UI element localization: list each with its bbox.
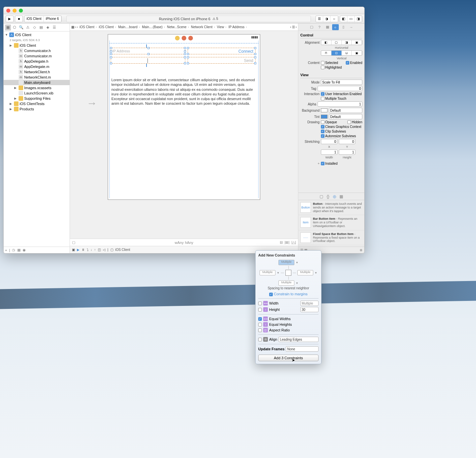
- hidden-checkbox[interactable]: [347, 120, 351, 124]
- ib-canvas-area[interactable]: → ▮▮▮▮ IP Address: [70, 31, 298, 239]
- connect-button[interactable]: Connect: [188, 48, 256, 54]
- navigator-tabs[interactable]: ▦ ⬡ 🔍 ⚠ ◇ ▤ ◈ ☰: [4, 24, 70, 31]
- add-constraints-button[interactable]: Add 3 Constraints➤: [258, 355, 319, 361]
- project-root[interactable]: ▼ A iOS Client: [4, 32, 70, 37]
- editor-mode-selector[interactable]: ☰ ◑ ↔: [316, 16, 338, 22]
- enabled-checkbox[interactable]: ✓: [346, 61, 349, 65]
- tree-item[interactable]: ▶Products: [4, 106, 70, 112]
- jump-bar-segment[interactable]: iOS Client: [98, 25, 117, 29]
- media-library-icon[interactable]: ▦: [339, 194, 343, 199]
- jump-bar-segment[interactable]: Main....board: [117, 25, 141, 29]
- step-out-icon[interactable]: ↑: [94, 248, 96, 252]
- symbol-navigator-icon[interactable]: ⬡: [12, 25, 18, 30]
- scheme-selector[interactable]: iOS Client iPhone 6: [24, 16, 62, 22]
- pin-icon[interactable]: |⊞|: [285, 240, 290, 245]
- send-button[interactable]: Send: [188, 57, 256, 64]
- find-navigator-icon[interactable]: 🔍: [18, 25, 24, 30]
- tree-item[interactable]: hCommunicator.h: [4, 48, 70, 53]
- mt-checkbox[interactable]: [321, 97, 325, 100]
- tree-item[interactable]: ▶Images.xcassets: [4, 85, 70, 90]
- message-field[interactable]: [111, 57, 185, 64]
- tint-select[interactable]: Default: [329, 114, 362, 119]
- bg-color-swatch[interactable]: [321, 108, 327, 112]
- navigator-filter-bar[interactable]: + | ◷ ▦ ◉: [4, 247, 70, 253]
- alpha-input[interactable]: [318, 101, 362, 107]
- minimize-icon[interactable]: [13, 9, 17, 13]
- aspect-ratio-checkbox[interactable]: [258, 328, 262, 332]
- add-icon[interactable]: +: [5, 248, 7, 252]
- standard-editor-icon[interactable]: ☰: [316, 16, 323, 22]
- fwd-icon[interactable]: ›: [296, 25, 297, 29]
- top-spacing-input[interactable]: Multiple: [278, 260, 294, 265]
- exit-icon[interactable]: [188, 36, 193, 40]
- step-over-icon[interactable]: ⤵: [87, 248, 89, 252]
- tag-input[interactable]: [318, 86, 362, 91]
- uie-checkbox[interactable]: ✓: [321, 92, 325, 96]
- jump-bar-segment[interactable]: Netw...Scene: [166, 25, 190, 29]
- equal-heights-checkbox[interactable]: [258, 323, 262, 326]
- highlighted-checkbox[interactable]: [321, 66, 325, 69]
- report-navigator-icon[interactable]: ☰: [51, 25, 57, 30]
- tint-color-swatch[interactable]: [321, 115, 327, 119]
- breakpoint-navigator-icon[interactable]: ◈: [45, 25, 51, 30]
- library-item[interactable]: ButtonButton - Intercepts touch events a…: [298, 200, 364, 215]
- library-item[interactable]: ······Fixed Space Bar Button Item - Repr…: [298, 230, 364, 245]
- file-inspector-icon[interactable]: ▢: [308, 24, 315, 30]
- jump-bar-segment[interactable]: iOS Client: [79, 25, 98, 29]
- as-checkbox[interactable]: ✓: [321, 134, 325, 138]
- tree-item[interactable]: ▶Supporting Files: [4, 96, 70, 101]
- tree-item[interactable]: mAppDelegate.m: [4, 64, 70, 69]
- library-item[interactable]: ItemBar Button Item - Represents an item…: [298, 215, 364, 230]
- test-navigator-icon[interactable]: ◇: [31, 25, 37, 30]
- close-icon[interactable]: [6, 9, 10, 13]
- location-icon[interactable]: ◁: [103, 248, 105, 252]
- inspector-tabs[interactable]: ▢ ? ▦ ⟐ ▯ →: [298, 24, 364, 31]
- process-icon[interactable]: ▢: [110, 248, 113, 252]
- utilities-toggle-icon[interactable]: ◨: [355, 16, 362, 22]
- debug-view-icon[interactable]: ◫: [98, 248, 101, 252]
- identity-inspector-icon[interactable]: ▦: [324, 24, 331, 30]
- cgc-checkbox[interactable]: ✓: [321, 125, 325, 129]
- navigator-toggle-icon[interactable]: ◧: [340, 16, 347, 22]
- next-icon[interactable]: ☰: [292, 25, 295, 29]
- jump-bar-segment[interactable]: View: [216, 25, 227, 29]
- constrain-margins-checkbox[interactable]: ✓: [269, 293, 273, 296]
- object-library-icon[interactable]: ◎: [333, 194, 336, 199]
- assistant-editor-icon[interactable]: ◑: [323, 16, 330, 22]
- stop-button[interactable]: ■: [15, 16, 23, 22]
- height-value-input[interactable]: 30: [300, 307, 319, 312]
- left-spacing-input[interactable]: Multiple: [260, 270, 275, 275]
- jump-bar-segment[interactable]: IP Address: [227, 25, 248, 29]
- bg-select[interactable]: Default: [329, 108, 362, 113]
- right-spacing-input[interactable]: Multiple: [297, 270, 313, 275]
- titlebar[interactable]: [4, 7, 364, 14]
- canvas-footer[interactable]: ▢ wAny hAny ⊟ |⊞| |△|: [70, 239, 298, 246]
- breakpoints-icon[interactable]: ▶: [77, 248, 80, 252]
- pin-constraints-popover[interactable]: Add New Constraints Multiple▼ Multiple▼ …: [255, 250, 322, 364]
- zoom-icon[interactable]: [19, 9, 23, 13]
- tree-item[interactable]: LaunchScreen.xib: [4, 90, 70, 96]
- tree-item[interactable]: Main.storyboard: [4, 80, 70, 85]
- debug-toggle-icon[interactable]: ▭: [347, 16, 355, 22]
- jump-bar[interactable]: ▦ ‹ › iOS ClientiOS ClientMain....boardM…: [70, 24, 298, 31]
- bottom-spacing-input[interactable]: Multiple: [278, 280, 294, 286]
- connections-inspector-icon[interactable]: →: [348, 24, 355, 30]
- version-editor-icon[interactable]: ↔: [330, 16, 338, 22]
- tree-item[interactable]: ▶iOS ClientTests: [4, 101, 70, 106]
- inspector-body[interactable]: Control Alignment ◧▢◨▣ Horizontal ⊓⊡⊔▣ V…: [298, 31, 364, 193]
- v-alignment-selector[interactable]: ⊓⊡⊔▣: [321, 50, 362, 56]
- filter-scm-icon[interactable]: ▦: [17, 248, 21, 252]
- scene-dock[interactable]: [175, 36, 193, 40]
- tree-item[interactable]: mCommunicator.m: [4, 53, 70, 59]
- step-in-icon[interactable]: ↓: [90, 248, 92, 252]
- project-navigator-icon[interactable]: ▦: [5, 25, 11, 30]
- run-button[interactable]: ▶: [6, 16, 14, 22]
- height-checkbox[interactable]: [258, 308, 262, 312]
- issue-navigator-icon[interactable]: ⚠: [25, 25, 31, 30]
- align-checkbox[interactable]: [258, 338, 262, 341]
- debug-navigator-icon[interactable]: ▤: [38, 25, 44, 30]
- ip-address-field[interactable]: IP Address: [111, 48, 185, 54]
- vc-icon[interactable]: [175, 36, 180, 40]
- forward-icon[interactable]: ›: [77, 25, 78, 29]
- tree-item[interactable]: hAppDelegate.h: [4, 59, 70, 64]
